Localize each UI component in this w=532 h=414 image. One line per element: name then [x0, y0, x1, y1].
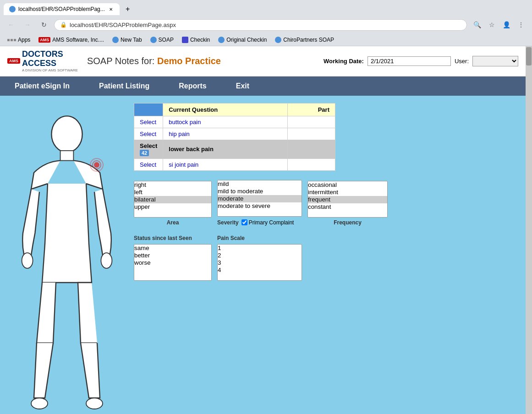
area-label: Area [134, 219, 212, 226]
pain-scale-label: Pain Scale [217, 235, 302, 241]
active-tab[interactable]: localhost/EHR/SOAPProblemPag... ✕ [4, 3, 120, 15]
tab-close-button[interactable]: ✕ [108, 6, 114, 12]
bookmark-new-tab[interactable]: New Tab [110, 36, 144, 44]
lock-icon: 🔒 [60, 22, 67, 28]
address-bar[interactable]: 🔒 localhost/EHR/SOAPProblemPage.aspx [54, 19, 467, 31]
chiropartners-icon [275, 37, 281, 43]
original-checkin-icon [218, 37, 225, 43]
form-section: right left bilateral upper Area mild mil… [134, 180, 518, 226]
logo-doctors: DOCTORS [22, 50, 78, 59]
practice-name: Demo Practice [157, 56, 221, 66]
nav-bar: Patient eSign In Patient Listing Reports… [0, 76, 526, 96]
primary-complaint-label[interactable]: Primary Complaint [241, 219, 294, 226]
area-group: right left bilateral upper Area [134, 181, 212, 226]
svg-rect-1 [60, 151, 74, 161]
tab-favicon [9, 6, 16, 12]
account-button[interactable]: 👤 [500, 18, 513, 31]
body-diagram [7, 103, 126, 414]
new-tab-icon [112, 37, 119, 43]
bookmark-original-checkin[interactable]: Original Checkin [215, 36, 269, 44]
working-date-label: Working Date: [324, 58, 364, 65]
logo-division: A DIVISION OF AMS SOFTWARE [22, 68, 78, 72]
status-group: Status since last Seen same better worse [134, 235, 212, 281]
severity-listbox[interactable]: mild mild to moderate moderate moderate … [217, 180, 302, 217]
area-listbox[interactable]: right left bilateral upper [134, 181, 212, 218]
user-label: User: [455, 58, 469, 65]
svg-point-5 [86, 398, 103, 409]
table-row: Select hip pain [134, 128, 335, 140]
primary-complaint-checkbox[interactable] [241, 219, 247, 225]
primary-complaint-text: Primary Complaint [249, 219, 294, 226]
pain-scale-group: Pain Scale 1 2 3 4 [217, 235, 302, 281]
content-area: Current Question Part Select buttock pai… [0, 96, 526, 414]
status-listbox[interactable]: same better worse [134, 244, 212, 281]
severity-label: Severity [217, 219, 239, 226]
tab-title: localhost/EHR/SOAPProblemPag... [18, 6, 105, 12]
app-header: AMS DOCTORS ACCESS A DIVISION OF AMS SOF… [0, 46, 526, 76]
questions-table: Current Question Part Select buttock pai… [134, 103, 335, 171]
working-date-input[interactable] [367, 56, 451, 66]
logo-area: AMS DOCTORS ACCESS A DIVISION OF AMS SOF… [7, 50, 78, 72]
nav-patient-listing[interactable]: Patient Listing [84, 76, 164, 96]
nav-patient-esign[interactable]: Patient eSign In [0, 76, 84, 96]
col-current-question: Current Question [163, 103, 288, 116]
new-tab-button[interactable]: + [121, 3, 134, 16]
back-button[interactable]: ← [5, 18, 17, 31]
bookmark-chiropartners[interactable]: ChiroPartners SOAP [272, 36, 337, 44]
svg-point-3 [101, 253, 112, 268]
right-panel: Current Question Part Select buttock pai… [134, 103, 518, 414]
frequency-listbox[interactable]: occasional intermittent frequent constan… [307, 181, 388, 218]
app-title: SOAP Notes for: Demo Practice [87, 56, 221, 66]
soap-icon [150, 37, 157, 43]
menu-button[interactable]: ⋮ [515, 18, 527, 31]
row-num: 42 [140, 150, 149, 156]
nav-exit[interactable]: Exit [221, 76, 264, 96]
user-select[interactable] [472, 56, 518, 66]
frequency-label: Frequency [307, 219, 388, 226]
question-1: hip pain [163, 128, 288, 140]
table-row: Select si joint pain [134, 158, 335, 170]
col-header-blue [134, 103, 163, 116]
scrollbar-thumb[interactable] [526, 47, 532, 65]
status-label: Status since last Seen [134, 235, 212, 241]
forward-button[interactable]: → [21, 18, 34, 31]
severity-group: mild mild to moderate moderate moderate … [217, 180, 302, 226]
bookmark-soap[interactable]: SOAP [148, 36, 176, 44]
scrollbar-right[interactable] [526, 46, 532, 414]
question-3: si joint pain [163, 158, 288, 170]
status-section: Status since last Seen same better worse… [134, 235, 518, 281]
nav-reports[interactable]: Reports [164, 76, 221, 96]
svg-point-0 [51, 116, 82, 152]
bookmark-apps[interactable]: Apps [5, 36, 33, 44]
bookmark-ams[interactable]: AMS AMS Software, Inc.... [36, 36, 107, 44]
frequency-group: occasional intermittent frequent constan… [307, 181, 388, 226]
col-part: Part [288, 103, 335, 116]
url-text: localhost/EHR/SOAPProblemPage.aspx [70, 22, 461, 28]
ams-badge: AMS [7, 58, 20, 64]
checkin-icon [182, 37, 188, 43]
body-outline-svg [12, 112, 122, 414]
search-button[interactable]: 🔍 [471, 18, 483, 31]
refresh-button[interactable]: ↻ [38, 18, 50, 31]
question-0: buttock pain [163, 116, 288, 128]
select-link-2[interactable]: Select [140, 142, 157, 149]
logo-access: ACCESS [22, 59, 78, 68]
select-link-0[interactable]: Select [140, 119, 156, 125]
bookmark-button[interactable]: ☆ [485, 18, 498, 31]
question-2: lower back pain [163, 140, 288, 158]
bookmark-checkin[interactable]: Checkin [179, 36, 213, 44]
svg-point-4 [31, 398, 48, 409]
select-link-1[interactable]: Select [140, 131, 156, 137]
svg-point-2 [22, 253, 33, 268]
pain-scale-listbox[interactable]: 1 2 3 4 [217, 244, 302, 281]
select-link-3[interactable]: Select [140, 161, 156, 168]
table-row: Select buttock pain [134, 116, 335, 128]
bookmarks-bar: Apps AMS AMS Software, Inc.... New Tab S… [0, 34, 532, 46]
table-row-selected: Select 42 lower back pain [134, 140, 335, 158]
